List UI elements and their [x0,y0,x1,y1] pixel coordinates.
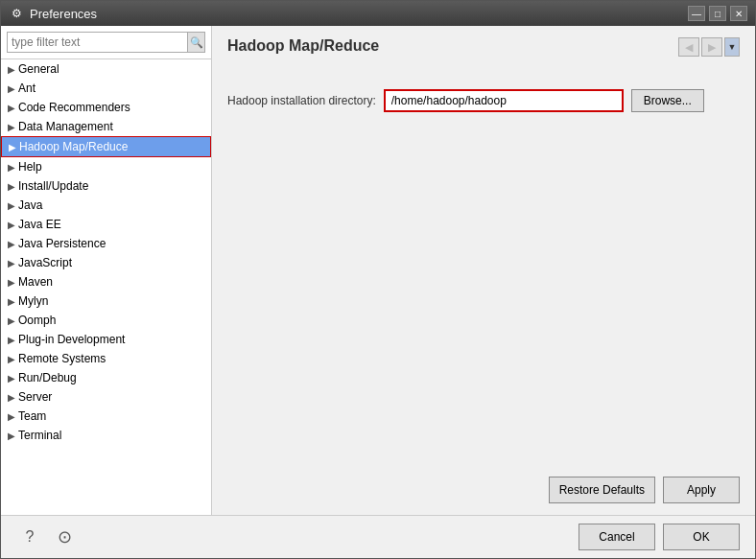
sidebar-item-mylyn[interactable]: ▶Mylyn [1,291,211,311]
content-area: 🔍 ▶General▶Ant▶Code Recommenders▶Data Ma… [1,26,755,515]
sidebar-item-label: Maven [18,275,53,289]
sidebar-item-run-debug[interactable]: ▶Run/Debug [1,368,211,387]
sidebar-item-java[interactable]: ▶Java [1,196,211,215]
browse-button[interactable]: Browse... [631,89,704,112]
bottom-left: ? ⊙ [16,524,78,550]
sidebar-item-label: Team [18,409,46,423]
expand-arrow: ▶ [5,411,18,422]
expand-arrow: ▶ [5,103,18,113]
expand-arrow: ▶ [5,335,18,345]
expand-arrow: ▶ [5,181,18,192]
filter-input[interactable] [7,32,188,53]
sidebar-item-general[interactable]: ▶General [1,59,211,79]
sidebar-item-label: General [18,62,59,76]
apply-button[interactable]: Apply [663,477,740,503]
sidebar-item-label: Run/Debug [18,371,77,384]
sidebar-item-javascript[interactable]: ▶JavaScript [1,253,211,272]
expand-arrow: ▶ [5,354,18,364]
sidebar-item-team[interactable]: ▶Team [1,407,211,426]
expand-arrow: ▶ [5,122,18,132]
sidebar-item-terminal[interactable]: ▶Terminal [1,426,211,445]
hadoop-dir-label: Hadoop installation directory: [227,94,376,107]
sidebar-item-label: Hadoop Map/Reduce [19,140,128,153]
sidebar-item-label: Data Management [18,120,113,133]
expand-arrow: ▶ [5,162,18,173]
minimize-button[interactable]: — [688,6,705,21]
panel-title: Hadoop Map/Reduce [227,37,379,58]
sidebar-item-maven[interactable]: ▶Maven [1,272,211,291]
sidebar-item-label: Remote Systems [18,352,106,365]
back-button[interactable]: ◀ [678,37,699,57]
restore-defaults-button[interactable]: Restore Defaults [549,477,655,503]
sidebar-item-server[interactable]: ▶Server [1,387,211,407]
maximize-button[interactable]: □ [709,6,726,21]
nav-dropdown-button[interactable]: ▼ [724,37,740,57]
sidebar-item-label: Ant [18,82,35,95]
sidebar-item-java-ee[interactable]: ▶Java EE [1,215,211,234]
filter-box: 🔍 [1,26,211,59]
sidebar-item-oomph[interactable]: ▶Oomph [1,311,211,330]
sidebar-item-help[interactable]: ▶Help [1,157,211,176]
sidebar-item-plug-in-development[interactable]: ▶Plug-in Development [1,330,211,349]
sidebar-item-install-update[interactable]: ▶Install/Update [1,176,211,196]
expand-arrow: ▶ [5,296,18,307]
ok-button[interactable]: OK [663,524,740,550]
panel-header-row: Hadoop Map/Reduce ◀ ▶ ▼ [227,37,740,74]
sidebar-item-label: Oomph [18,314,56,327]
sidebar-item-label: Java EE [18,218,61,231]
title-bar-controls: — □ ✕ [688,6,747,21]
bottom-bar: ? ⊙ Cancel OK [1,515,755,558]
expand-arrow: ▶ [5,239,18,249]
filter-clear-button[interactable]: 🔍 [188,32,205,53]
sidebar-item-label: Server [18,390,52,404]
expand-arrow: ▶ [5,315,18,326]
main-panel: Hadoop Map/Reduce ◀ ▶ ▼ Hadoop installat… [212,26,755,515]
window-title: Preferences [30,7,97,21]
expand-arrow: ▶ [5,258,18,268]
sidebar-item-label: Plug-in Development [18,333,125,346]
tree-list[interactable]: ▶General▶Ant▶Code Recommenders▶Data Mana… [1,59,211,515]
expand-arrow: ▶ [5,64,18,75]
bottom-right: Cancel OK [579,524,740,550]
sidebar-item-label: Help [18,160,42,174]
expand-arrow: ▶ [5,83,18,94]
sidebar-item-label: Java Persistence [18,237,106,250]
expand-arrow: ▶ [5,373,18,384]
hadoop-dir-input[interactable] [384,89,624,112]
title-bar: ⚙ Preferences — □ ✕ [1,1,755,26]
sidebar-item-remote-systems[interactable]: ▶Remote Systems [1,349,211,368]
expand-arrow: ▶ [5,220,18,230]
sidebar: 🔍 ▶General▶Ant▶Code Recommenders▶Data Ma… [1,26,212,515]
info-button[interactable]: ⊙ [51,524,78,550]
sidebar-item-ant[interactable]: ▶Ant [1,79,211,98]
hadoop-dir-row: Hadoop installation directory: Browse... [227,89,740,112]
sidebar-item-java-persistence[interactable]: ▶Java Persistence [1,234,211,253]
sidebar-item-code-recommenders[interactable]: ▶Code Recommenders [1,98,211,117]
expand-arrow: ▶ [5,200,18,211]
preferences-dialog: ⚙ Preferences — □ ✕ 🔍 ▶General▶Ant▶Code … [0,0,756,559]
expand-arrow: ▶ [5,392,18,403]
sidebar-item-data-management[interactable]: ▶Data Management [1,117,211,136]
action-buttons-row: Restore Defaults Apply [227,208,740,503]
panel-nav-buttons: ◀ ▶ ▼ [678,37,740,57]
sidebar-item-label: Terminal [18,429,61,442]
sidebar-item-hadoop-map-reduce[interactable]: ▶Hadoop Map/Reduce [1,136,211,157]
close-button[interactable]: ✕ [730,6,747,21]
sidebar-item-label: JavaScript [18,256,72,269]
expand-arrow: ▶ [6,142,19,152]
sidebar-item-label: Java [18,198,42,212]
expand-arrow: ▶ [5,277,18,288]
title-bar-left: ⚙ Preferences [9,6,97,21]
expand-arrow: ▶ [5,431,18,441]
forward-button[interactable]: ▶ [701,37,722,57]
cancel-button[interactable]: Cancel [579,524,655,550]
sidebar-item-label: Code Recommenders [18,101,130,114]
app-icon: ⚙ [9,6,24,21]
sidebar-item-label: Mylyn [18,294,48,308]
sidebar-item-label: Install/Update [18,179,88,193]
help-button[interactable]: ? [16,524,43,550]
